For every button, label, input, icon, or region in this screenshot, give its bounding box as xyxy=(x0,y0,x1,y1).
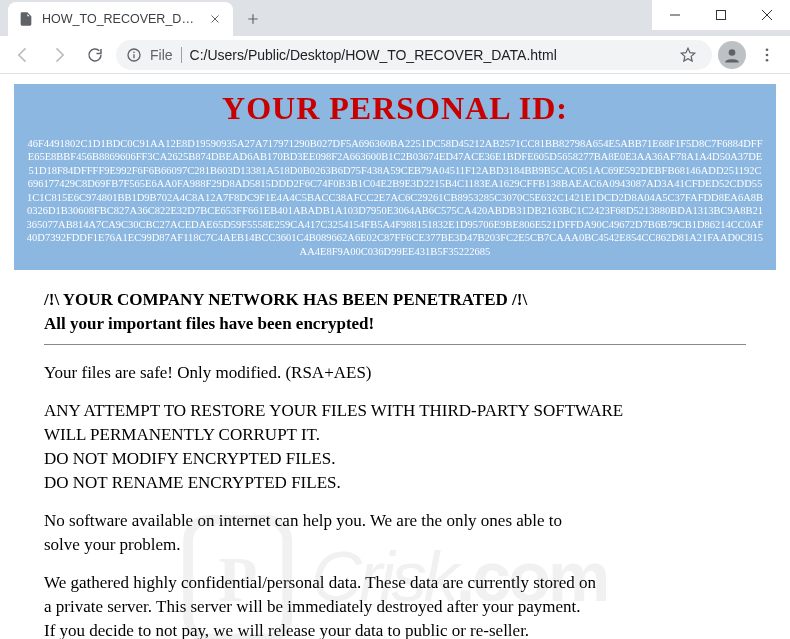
note-nosoft-2: solve your problem. xyxy=(44,535,746,555)
tab-title: HOW_TO_RECOVER_DATA.html xyxy=(42,12,199,26)
headline-encrypted: All your important files have been encry… xyxy=(44,314,746,334)
info-icon[interactable] xyxy=(126,47,142,63)
headline-penetrated: /!\ YOUR COMPANY NETWORK HAS BEEN PENETR… xyxy=(44,290,746,310)
svg-rect-0 xyxy=(717,11,726,20)
close-window-button[interactable] xyxy=(744,0,790,30)
note-warn-1: ANY ATTEMPT TO RESTORE YOUR FILES WITH T… xyxy=(44,401,746,421)
svg-point-3 xyxy=(729,49,736,56)
svg-point-4 xyxy=(766,48,769,51)
note-gather-1: We gathered highly confidential/personal… xyxy=(44,573,746,593)
url-scheme-label: File xyxy=(150,47,173,63)
back-button[interactable] xyxy=(8,40,38,70)
personal-id-banner: YOUR PERSONAL ID: 46F4491802C1D1BDC0C91A… xyxy=(14,84,776,270)
forward-button[interactable] xyxy=(44,40,74,70)
note-gather-2: a private server. This server will be im… xyxy=(44,597,746,617)
maximize-button[interactable] xyxy=(698,0,744,30)
reload-button[interactable] xyxy=(80,40,110,70)
svg-point-2 xyxy=(133,51,135,53)
profile-avatar-button[interactable] xyxy=(718,41,746,69)
address-bar[interactable]: File C:/Users/Public/Desktop/HOW_TO_RECO… xyxy=(116,40,712,70)
divider xyxy=(44,344,746,345)
file-icon xyxy=(18,11,34,27)
note-warn-3: DO NOT MODIFY ENCRYPTED FILES. xyxy=(44,449,746,469)
kebab-menu-button[interactable] xyxy=(752,40,782,70)
page-content: YOUR PERSONAL ID: 46F4491802C1D1BDC0C91A… xyxy=(14,84,776,639)
window-controls xyxy=(652,0,790,30)
svg-point-6 xyxy=(766,58,769,61)
note-warn-2: WILL PERMANENTLY CORRUPT IT. xyxy=(44,425,746,445)
personal-id-value: 46F4491802C1D1BDC0C91AA12E8D19590935A27A… xyxy=(22,137,768,258)
tab-strip: HOW_TO_RECOVER_DATA.html xyxy=(0,0,790,36)
svg-point-5 xyxy=(766,53,769,56)
ransom-note-body: /!\ YOUR COMPANY NETWORK HAS BEEN PENETR… xyxy=(14,270,776,639)
note-gather-3: If you decide to not pay, we will releas… xyxy=(44,621,746,639)
browser-tab[interactable]: HOW_TO_RECOVER_DATA.html xyxy=(8,2,233,36)
minimize-button[interactable] xyxy=(652,0,698,30)
url-path: C:/Users/Public/Desktop/HOW_TO_RECOVER_D… xyxy=(190,47,666,63)
note-files-safe: Your files are safe! Only modified. (RSA… xyxy=(44,363,746,383)
browser-toolbar: File C:/Users/Public/Desktop/HOW_TO_RECO… xyxy=(0,36,790,74)
close-tab-button[interactable] xyxy=(207,11,223,27)
new-tab-button[interactable] xyxy=(239,5,267,33)
bookmark-star-button[interactable] xyxy=(674,41,702,69)
personal-id-heading: YOUR PERSONAL ID: xyxy=(22,90,768,127)
note-nosoft-1: No software available on internet can he… xyxy=(44,511,746,531)
separator xyxy=(181,47,182,63)
note-warn-4: DO NOT RENAME ENCRYPTED FILES. xyxy=(44,473,746,493)
